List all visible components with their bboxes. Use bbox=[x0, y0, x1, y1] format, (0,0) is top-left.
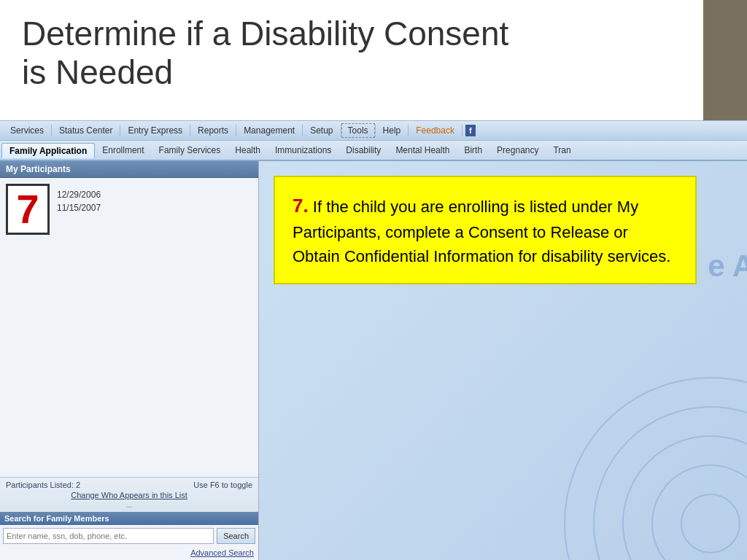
subnav-pregnancy[interactable]: Pregnancy bbox=[489, 143, 546, 158]
main-content: My Participants 7 12/29/2006 11/15/2007 … bbox=[0, 161, 747, 560]
toggle-label: Use F6 to toggle bbox=[193, 481, 252, 489]
subnav-family-application[interactable]: Family Application bbox=[1, 143, 95, 158]
right-panel: 7. If the child you are enrolling is lis… bbox=[259, 161, 747, 560]
nav-separator bbox=[462, 125, 462, 136]
nav-help[interactable]: Help bbox=[376, 123, 409, 138]
nav-tools[interactable]: Tools bbox=[341, 123, 375, 138]
top-nav-bar: Services Status Center Entry Express Rep… bbox=[0, 120, 747, 141]
corner-decoration bbox=[703, 0, 747, 120]
footer-participants-line: Participants Listed: 2 Use F6 to toggle bbox=[6, 481, 252, 489]
participants-header: My Participants bbox=[0, 161, 258, 178]
instruction-number: 7. bbox=[293, 195, 309, 217]
advanced-search-link[interactable]: Advanced Search bbox=[0, 547, 258, 560]
subnav-family-services[interactable]: Family Services bbox=[152, 143, 228, 158]
nav-reports[interactable]: Reports bbox=[190, 123, 236, 138]
nav-services[interactable]: Services bbox=[3, 123, 51, 138]
page-title: Determine if a Disability Consent is Nee… bbox=[22, 15, 508, 92]
search-section-header: Search for Family Members bbox=[0, 512, 258, 525]
subnav-mental-health[interactable]: Mental Health bbox=[388, 143, 457, 158]
change-list-link[interactable]: Change Who Appears in this List bbox=[6, 491, 252, 499]
subnav-immunizations[interactable]: Immunizations bbox=[268, 143, 338, 158]
search-button[interactable]: Search bbox=[217, 528, 255, 544]
search-input[interactable] bbox=[3, 528, 214, 544]
subnav-disability[interactable]: Disability bbox=[338, 143, 388, 158]
subnav-birth[interactable]: Birth bbox=[457, 143, 489, 158]
participants-header-label: My Participants bbox=[6, 164, 71, 174]
left-panel: My Participants 7 12/29/2006 11/15/2007 … bbox=[0, 161, 259, 560]
title-line2: is Needed bbox=[22, 53, 173, 91]
search-section-label: Search for Family Members bbox=[4, 514, 109, 523]
footer-dots: ... bbox=[6, 501, 252, 509]
sub-nav-bar: Family Application Enrollment Family Ser… bbox=[0, 141, 747, 161]
nav-management[interactable]: Management bbox=[236, 123, 302, 138]
subnav-enrollment[interactable]: Enrollment bbox=[95, 143, 151, 158]
nav-status-center[interactable]: Status Center bbox=[52, 123, 120, 138]
date-1: 12/29/2006 bbox=[57, 190, 101, 200]
step-number: 7 bbox=[16, 189, 39, 230]
title-area: Determine if a Disability Consent is Nee… bbox=[0, 0, 747, 120]
step-badge: 7 bbox=[6, 184, 50, 235]
instruction-box: 7. If the child you are enrolling is lis… bbox=[274, 176, 697, 284]
nav-entry-express[interactable]: Entry Express bbox=[120, 123, 190, 138]
instruction-text: If the child you are enrolling is listed… bbox=[293, 198, 670, 265]
side-label: e A bbox=[708, 249, 747, 284]
dates-column: 12/29/2006 11/15/2007 bbox=[57, 184, 101, 213]
subnav-health[interactable]: Health bbox=[228, 143, 268, 158]
nav-setup[interactable]: Setup bbox=[303, 123, 340, 138]
participants-body: 7 12/29/2006 11/15/2007 bbox=[0, 178, 258, 477]
facebook-icon[interactable]: f bbox=[465, 125, 476, 136]
participants-footer: Participants Listed: 2 Use F6 to toggle … bbox=[0, 477, 258, 512]
date-2: 11/15/2007 bbox=[57, 203, 101, 213]
title-line1: Determine if a Disability Consent bbox=[22, 15, 508, 52]
search-row: Search bbox=[0, 525, 258, 547]
subnav-tran[interactable]: Tran bbox=[546, 143, 578, 158]
participants-listed-label: Participants Listed: 2 bbox=[6, 481, 80, 489]
nav-feedback[interactable]: Feedback bbox=[409, 123, 462, 138]
